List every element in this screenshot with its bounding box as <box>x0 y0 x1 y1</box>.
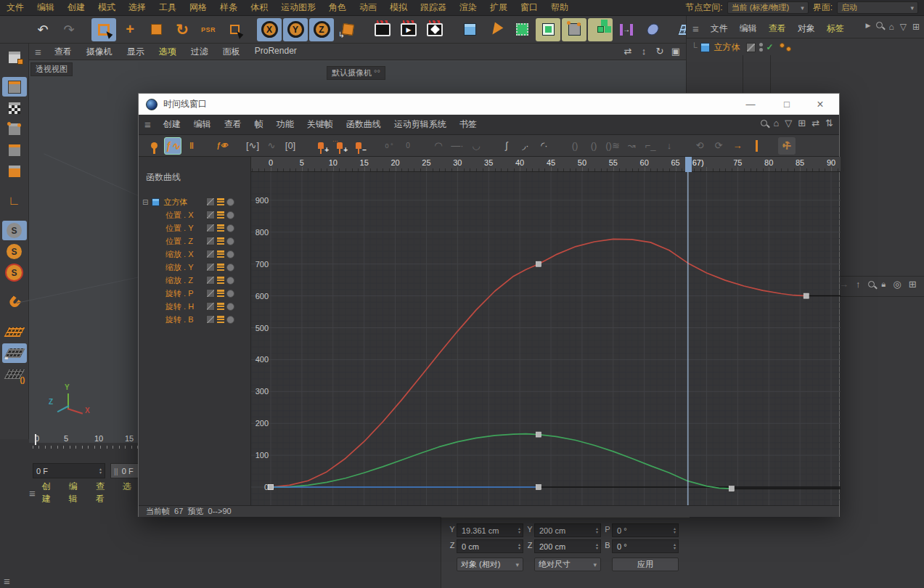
timeline-menu-item[interactable]: 书签 <box>453 118 483 131</box>
timeline-menu-item[interactable]: 功能 <box>270 118 300 131</box>
track-row[interactable]: 缩放 . Y <box>139 261 251 274</box>
keyframe-bars-icon[interactable] <box>217 315 224 324</box>
keyframe-point[interactable] <box>269 485 274 490</box>
keyframe-point[interactable] <box>536 432 541 437</box>
angle-snap-button[interactable]: 0 ° <box>380 137 398 155</box>
track-row[interactable]: 位置 . X <box>139 208 251 221</box>
solo-toggle-icon[interactable] <box>226 264 234 271</box>
keyframe-point[interactable] <box>804 293 809 298</box>
mute-toggle-icon[interactable] <box>206 302 215 311</box>
object-name[interactable]: 立方体 <box>710 41 746 54</box>
layer-toggle-icon[interactable] <box>746 43 756 52</box>
stepper-icon[interactable]: ▴▾ <box>596 527 598 534</box>
hamburger-icon[interactable]: ≡ <box>29 487 36 499</box>
search-icon[interactable] <box>868 281 875 287</box>
menubar-item[interactable]: 网格 <box>183 1 213 14</box>
target-icon[interactable]: ◎ <box>893 279 901 290</box>
viewport-menu-item[interactable]: 显示 <box>120 46 152 58</box>
parentheses-wave-button[interactable]: ()≋ <box>604 137 621 155</box>
timeline-menu-item[interactable]: 关键帧 <box>300 118 340 131</box>
tangent-right-button[interactable]: ◡ <box>467 137 485 155</box>
track-row[interactable]: 旋转 . P <box>139 287 251 300</box>
mute-toggle-icon[interactable] <box>206 289 215 298</box>
live-selection-button[interactable] <box>91 18 116 41</box>
viewport-menu-item[interactable]: 面板 <box>216 46 248 58</box>
track-row[interactable]: 缩放 . Z <box>139 274 251 287</box>
interface-select[interactable]: 启动 ▾ <box>837 1 918 14</box>
maximize-view-icon[interactable]: ▣ <box>670 46 682 57</box>
timeline-menu-item[interactable]: 运动剪辑系统 <box>388 118 453 131</box>
camera-name-label[interactable]: 默认摄像机°° <box>327 66 385 80</box>
spline-pen-button[interactable] <box>483 18 508 41</box>
menubar-item[interactable]: 跟踪器 <box>414 1 453 14</box>
scale-button[interactable] <box>144 18 168 41</box>
node-space-select[interactable]: 当前 (标准/物理) ▾ <box>727 1 809 14</box>
track-label[interactable]: 旋转 . H <box>165 301 194 312</box>
frame-region-button[interactable]: [0] <box>282 137 299 155</box>
viewport-menu-item[interactable]: 过滤 <box>184 46 216 58</box>
cycle-before-button[interactable]: ⟲ <box>691 137 708 155</box>
track-root-row[interactable]: ⊟立方体 <box>139 195 251 208</box>
viewport-menu-item[interactable]: ProRender <box>248 46 304 58</box>
pan-view-icon[interactable]: ⇄ <box>622 46 634 57</box>
frame-all-button[interactable]: [∿] <box>244 137 261 155</box>
snap-modes-button[interactable]: S <box>2 263 27 282</box>
frame-ruler[interactable]: 051015202530354045505560657580859067) <box>251 157 841 172</box>
spline-interpolation-button[interactable]: ∫ <box>498 137 515 155</box>
ripple-edit-button[interactable]: ⚒︎ <box>778 137 796 155</box>
timeline-menu-item[interactable]: 编辑 <box>187 118 218 131</box>
menubar-item[interactable]: 模式 <box>91 1 122 14</box>
axis-mode-button[interactable]: ∟ <box>2 191 27 211</box>
main-timeline-ruler[interactable]: 051015 <box>33 434 138 459</box>
coordinate-input[interactable]: 0 °▴▾ <box>612 523 679 537</box>
magnet-button[interactable] <box>2 293 27 312</box>
enabled-check-icon[interactable]: ✓ <box>766 42 774 52</box>
add-panel-icon[interactable]: ⊞ <box>798 118 806 128</box>
stepper-icon[interactable]: ▴▾ <box>596 543 598 550</box>
polygons-mode-button[interactable] <box>2 161 27 181</box>
track-label[interactable]: 位置 . Z <box>165 236 193 247</box>
curve-arrow-button[interactable]: ↝ <box>623 137 640 155</box>
workplane-mode-button[interactable]: () <box>2 364 27 384</box>
viewport-menu-item[interactable]: 摄像机 <box>79 46 120 58</box>
apply-button[interactable]: 应用 <box>612 558 679 571</box>
texture-mode-button[interactable] <box>2 98 27 118</box>
viewport-menu-item[interactable]: 选项 <box>152 46 184 58</box>
stepper-icon[interactable]: ▴▾ <box>674 543 676 550</box>
offset-arrow-button[interactable]: → <box>729 137 746 155</box>
menubar-item[interactable]: 运动图形 <box>274 1 322 14</box>
fcurve-mode-button[interactable]: ƒ∿ <box>164 137 181 155</box>
search-icon[interactable] <box>761 120 767 126</box>
last-tool-button[interactable] <box>222 18 247 41</box>
menubar-item[interactable]: 动画 <box>353 1 383 14</box>
motion-mode-button[interactable]: ‖ <box>183 137 200 155</box>
track-row[interactable]: 位置 . Z <box>139 234 251 248</box>
mute-toggle-icon[interactable] <box>206 224 215 232</box>
material-menu-item[interactable]: 查看 <box>89 481 116 505</box>
track-label[interactable]: 位置 . X <box>165 210 194 221</box>
solo-toggle-icon[interactable] <box>226 303 234 311</box>
hamburger-icon[interactable]: ≡ <box>29 46 47 58</box>
psr-button[interactable]: PSR <box>196 18 221 41</box>
orange-bar-button[interactable] <box>748 137 765 155</box>
timeline-menu-item[interactable]: 创建 <box>157 118 187 131</box>
solo-toggle-icon[interactable] <box>226 277 234 285</box>
add-keyframe-button[interactable]: + <box>312 137 330 155</box>
coordinate-system-button[interactable]: ↳ <box>335 18 360 41</box>
menubar-item[interactable]: 体积 <box>244 1 274 14</box>
menubar-item[interactable]: 创建 <box>61 1 91 14</box>
menubar-item[interactable]: 编辑 <box>30 1 61 14</box>
stairs-button[interactable]: ⌐_ <box>642 137 659 155</box>
track-label[interactable]: 缩放 . Y <box>165 262 194 273</box>
cycle-after-button[interactable]: ⟳ <box>710 137 727 155</box>
tangent-left-button[interactable]: ◠ <box>430 137 447 155</box>
viewport-menu-item[interactable]: 查看 <box>47 46 79 58</box>
menubar-item[interactable]: 帮助 <box>544 1 575 14</box>
material-menu-item[interactable]: 选 <box>116 481 138 505</box>
solo-toggle-icon[interactable] <box>226 316 234 324</box>
mute-toggle-icon[interactable] <box>206 276 215 285</box>
solo-toggle-icon[interactable] <box>226 290 234 298</box>
redo-button[interactable]: ↷ <box>57 18 81 41</box>
show-tracks-button[interactable]: ƒ👁︎ <box>213 137 231 155</box>
cloner-button[interactable] <box>588 18 613 41</box>
